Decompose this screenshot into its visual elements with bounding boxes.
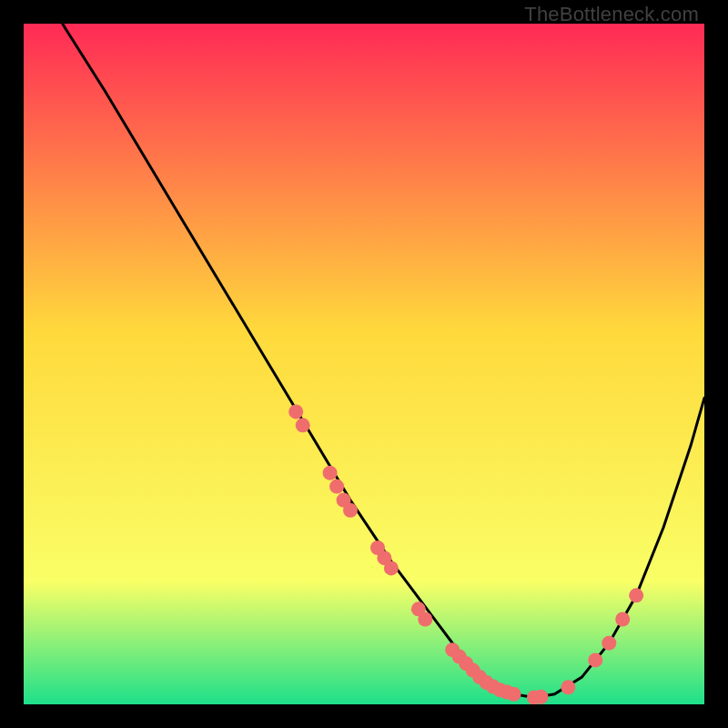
marker-point bbox=[288, 404, 303, 419]
bottleneck-chart bbox=[24, 24, 704, 704]
marker-point bbox=[296, 418, 310, 432]
marker-point bbox=[418, 612, 432, 627]
marker-point bbox=[343, 503, 358, 518]
marker-point bbox=[602, 636, 616, 651]
marker-point bbox=[507, 687, 521, 702]
marker-point bbox=[629, 588, 643, 602]
marker-point bbox=[323, 466, 338, 480]
marker-point bbox=[588, 652, 602, 667]
chart-frame bbox=[24, 24, 704, 704]
marker-point bbox=[615, 612, 630, 627]
marker-point bbox=[329, 480, 344, 494]
marker-point bbox=[384, 561, 399, 575]
marker-point bbox=[534, 690, 549, 704]
marker-point bbox=[561, 680, 575, 694]
